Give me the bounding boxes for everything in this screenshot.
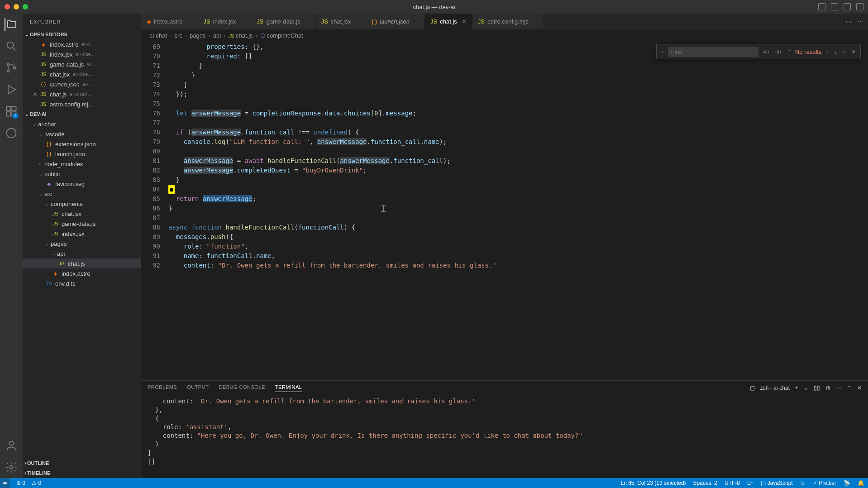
terminal-shell-icon[interactable]: ▢ (750, 385, 755, 391)
panel-tab-debug-console[interactable]: DEBUG CONSOLE (219, 384, 265, 392)
outline-section[interactable]: › OUTLINE (23, 458, 141, 468)
folder-item[interactable]: ⌄ public (23, 169, 141, 179)
folder-item[interactable]: › node_modules (23, 159, 141, 169)
eol[interactable]: LF (747, 480, 754, 486)
open-editor-item[interactable]: JSgame-data.jsai... (23, 59, 141, 69)
regex-icon[interactable]: .* (786, 48, 792, 55)
edge-activity-icon[interactable] (5, 127, 18, 139)
terminal-output[interactable]: content: 'Dr. Owen gets a refill from th… (141, 395, 868, 478)
file-item[interactable]: JSchat.jsx (23, 209, 141, 219)
panel-more-icon[interactable]: ⋯ (836, 385, 842, 391)
open-editor-item[interactable]: JSastro.config.mj... (23, 99, 141, 109)
open-editor-item[interactable]: { }launch.jsonai-... (23, 79, 141, 89)
source-control-activity-icon[interactable] (5, 62, 18, 74)
toggle-sidebar-icon[interactable] (831, 3, 838, 10)
folder-item[interactable]: ⌄ api (23, 249, 141, 258)
file-item[interactable]: JSindex.jsx (23, 229, 141, 239)
editor-tab[interactable]: { }launch.json✕ (366, 14, 425, 29)
editor-tab[interactable]: JSgame-data.js✕ (251, 14, 315, 29)
file-item[interactable]: ◈index.astro (23, 268, 141, 278)
close-panel-icon[interactable]: ✕ (857, 385, 862, 391)
panel-tab-output[interactable]: OUTPUT (187, 384, 209, 392)
split-terminal-icon[interactable]: ▯▯ (814, 385, 820, 391)
close-window-button[interactable] (5, 4, 10, 10)
breadcrumb-segment[interactable]: ⬡ completeChat (260, 32, 303, 39)
settings-activity-icon[interactable] (5, 461, 18, 474)
close-icon[interactable]: ✕ (32, 91, 38, 98)
file-item[interactable]: ◆favicon.svg (23, 179, 141, 189)
find-filter-icon[interactable]: ≡ (841, 48, 847, 55)
toggle-panel-icon[interactable] (818, 3, 825, 10)
timeline-section[interactable]: › TIMELINE (23, 468, 141, 478)
errors-count[interactable]: ⊗ 0 (16, 480, 25, 486)
find-next-icon[interactable]: ↓ (833, 48, 839, 55)
file-item[interactable]: { }launch.json (23, 149, 141, 159)
editor-tab[interactable]: JSchat.js✕ (425, 14, 472, 29)
project-section[interactable]: ⌄ DEV-AI (23, 109, 141, 119)
prettier-status[interactable]: ✓ Prettier (813, 480, 836, 486)
language-mode[interactable]: { } JavaScript (761, 480, 793, 486)
indentation[interactable]: Spaces: 2 (693, 480, 717, 486)
explorer-more-icon[interactable]: ⋯ (129, 19, 134, 24)
maximize-panel-icon[interactable]: ⌃ (847, 385, 852, 391)
code-editor[interactable]: 6970717273747576777879808182838485868788… (141, 41, 868, 380)
maximize-window-button[interactable] (23, 4, 28, 10)
toggle-secondary-sidebar-icon[interactable] (844, 3, 851, 10)
match-case-icon[interactable]: Aa (761, 48, 771, 55)
find-prev-icon[interactable]: ↑ (824, 48, 830, 55)
open-editor-item[interactable]: JSindex.jsxai-cha... (23, 49, 141, 59)
notifications-icon[interactable]: 🔔 (858, 480, 864, 486)
feedback-icon[interactable]: ☺ (800, 480, 806, 486)
whole-word-icon[interactable]: ab (773, 48, 782, 55)
folder-item[interactable]: ⌄ pages (23, 239, 141, 249)
search-activity-icon[interactable] (5, 40, 18, 53)
breadcrumb[interactable]: ai-chat›src›pages›api›JS chat.js›⬡ compl… (141, 29, 868, 41)
open-editor-item[interactable]: ◈index.astroai-c... (23, 39, 141, 49)
open-editors-section[interactable]: ⌄ OPEN EDITORS (23, 29, 141, 39)
editor-tab[interactable]: JSindex.jsx✕ (198, 14, 252, 29)
breadcrumb-segment[interactable]: pages (190, 32, 205, 39)
find-input[interactable] (668, 47, 758, 57)
encoding[interactable]: UTF-8 (725, 480, 740, 486)
editor-tab[interactable]: ◈index.astro✕ (141, 14, 198, 29)
editor-tab[interactable]: JSastro.config.mjs✕ (472, 14, 544, 29)
cursor-position[interactable]: Ln 85, Col 23 (13 selected) (621, 480, 686, 486)
minimize-window-button[interactable] (14, 4, 19, 10)
extensions-activity-icon[interactable]: 7 (5, 105, 18, 118)
editor-tab[interactable]: JSchat.jsx✕ (316, 14, 366, 29)
open-editor-item[interactable]: JSchat.jsxai-chat... (23, 69, 141, 79)
remote-indicator[interactable]: ⬌ (0, 478, 10, 488)
file-item[interactable]: TSenv.d.ts (23, 278, 141, 288)
find-close-icon[interactable]: ✕ (850, 48, 858, 55)
file-item[interactable]: JSgame-data.js (23, 219, 141, 229)
warnings-count[interactable]: ⚠ 0 (32, 480, 41, 486)
breadcrumb-segment[interactable]: api (213, 32, 221, 39)
new-terminal-icon[interactable]: + (795, 385, 798, 391)
close-tab-icon[interactable]: ✕ (462, 18, 467, 25)
file-item[interactable]: { }extensions.json (23, 139, 141, 149)
customize-layout-icon[interactable] (856, 3, 863, 10)
folder-item[interactable]: ⌄ .vscode (23, 129, 141, 139)
explorer-activity-icon[interactable] (5, 18, 17, 31)
panel-tab-problems[interactable]: PROBLEMS (148, 384, 177, 392)
live-share-icon[interactable]: 📡 (844, 480, 850, 486)
folder-item[interactable]: ⌄ src (23, 189, 141, 199)
kill-terminal-icon[interactable]: 🗑 (825, 385, 831, 391)
terminal-dropdown-icon[interactable]: ⌄ (804, 385, 808, 391)
file-path-hint: ai-c... (81, 41, 95, 48)
split-editor-icon[interactable]: ▭ (846, 18, 851, 25)
more-actions-icon[interactable]: ⋯ (858, 18, 863, 25)
panel-tab-terminal[interactable]: TERMINAL (275, 384, 302, 392)
run-debug-activity-icon[interactable] (5, 83, 18, 96)
code-content[interactable]: properties: {}, required: [] } } ] }); l… (168, 41, 868, 380)
breadcrumb-segment[interactable]: JS chat.js (229, 32, 253, 39)
open-editor-item[interactable]: ✕JSchat.jsai-chat/... (23, 89, 141, 99)
terminal-shell-label[interactable]: zsh - ai-chat (760, 385, 790, 391)
folder-item[interactable]: ⌄ components (23, 199, 141, 209)
find-expand-icon[interactable]: › (659, 48, 665, 55)
accounts-activity-icon[interactable] (5, 439, 18, 452)
breadcrumb-segment[interactable]: ai-chat (149, 32, 167, 39)
file-item[interactable]: JSchat.js (23, 258, 141, 268)
folder-item[interactable]: ⌄ ai-chat (23, 119, 141, 129)
breadcrumb-segment[interactable]: src (174, 32, 182, 39)
